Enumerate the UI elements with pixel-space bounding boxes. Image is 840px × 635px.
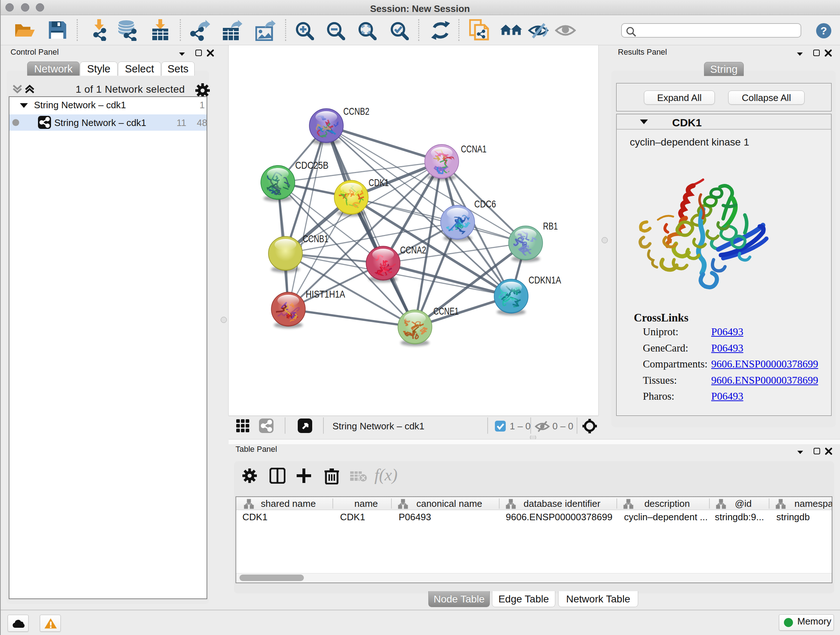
svg-text:CCNB2: CCNB2 (343, 106, 369, 117)
svg-text:CDC6: CDC6 (474, 198, 496, 210)
svg-text:CDC25B: CDC25B (295, 160, 328, 171)
svg-text:CCNA2: CCNA2 (400, 244, 426, 256)
svg-text:RB1: RB1 (543, 220, 558, 232)
svg-text:CDK1: CDK1 (369, 177, 389, 188)
svg-text:HIST1H1A: HIST1H1A (306, 288, 345, 300)
svg-text:CCNA1: CCNA1 (461, 143, 486, 155)
svg-text:CCNB1: CCNB1 (303, 233, 328, 244)
svg-text:CDKN1A: CDKN1A (529, 274, 561, 286)
svg-text:CCNE1: CCNE1 (433, 306, 459, 317)
